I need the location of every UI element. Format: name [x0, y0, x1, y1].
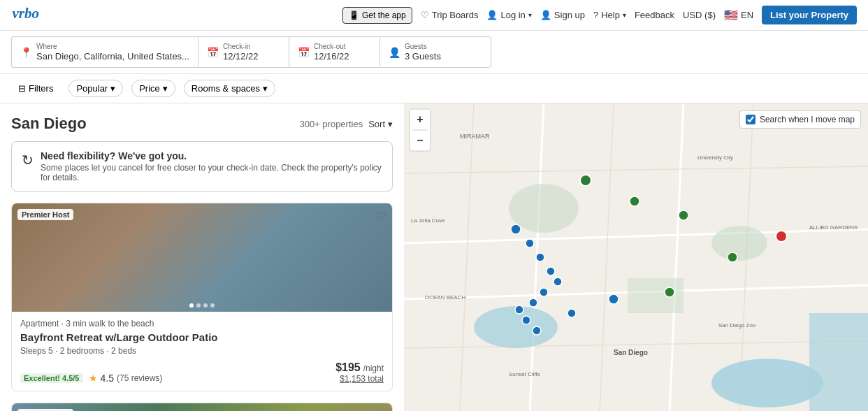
- save-button[interactable]: ♡: [375, 209, 386, 224]
- svg-point-38: [580, 175, 591, 186]
- flexibility-banner: ↻ Need flexibility? We've got you. Some …: [11, 141, 393, 192]
- listing-image: Premier Host ♡: [12, 203, 392, 312]
- price-suffix: /night: [363, 363, 384, 373]
- price: $195: [335, 361, 361, 373]
- list-property-button[interactable]: List your Property: [762, 6, 857, 24]
- svg-text:University City: University City: [697, 154, 733, 161]
- search-when-move-label: Search when I move map: [760, 115, 855, 124]
- phone-icon: 📱: [349, 10, 359, 20]
- login-link[interactable]: 👤 Log in ▾: [486, 10, 531, 20]
- listing-type: Apartment · 3 min walk to the beach: [20, 319, 384, 329]
- svg-point-33: [515, 305, 523, 314]
- svg-text:Sunset Cliffs: Sunset Cliffs: [509, 371, 540, 377]
- dot: [203, 303, 208, 308]
- svg-point-16: [711, 226, 767, 261]
- svg-text:San Diego Zoo: San Diego Zoo: [718, 322, 756, 329]
- premier-host-badge: Premier Host: [17, 209, 73, 220]
- svg-point-37: [609, 294, 619, 304]
- rating-value: 4.5: [101, 373, 114, 384]
- search-when-move-checkbox[interactable]: [746, 115, 755, 124]
- svg-point-40: [679, 210, 688, 220]
- listing-image: Premier Host ♡: [12, 403, 392, 411]
- page-title: San Diego: [11, 115, 87, 133]
- person-icon: 👤: [486, 10, 498, 20]
- dot: [210, 303, 215, 308]
- price-filter-button[interactable]: Price ▾: [131, 80, 175, 97]
- header: vrbo 📱 Get the app ♡ Trip Boards 👤 Log i…: [0, 0, 868, 31]
- dot: [196, 303, 201, 308]
- results-header: San Diego 300+ properties Sort ▾: [11, 115, 393, 133]
- checkout-field[interactable]: 📅 Check-out 12/16/22: [289, 36, 379, 68]
- svg-point-35: [533, 326, 541, 335]
- chevron-down-icon: ▾: [263, 83, 268, 94]
- refresh-icon: ↻: [22, 152, 34, 168]
- svg-point-32: [529, 298, 537, 307]
- image-dots: [189, 303, 215, 308]
- filters-button[interactable]: ⊟ Filters: [11, 80, 60, 96]
- svg-text:vrbo: vrbo: [13, 4, 40, 21]
- help-link[interactable]: ? Help ▾: [593, 10, 626, 20]
- map-container[interactable]: MIRAMAR University City La Jolla Cove AL…: [404, 103, 868, 411]
- currency-selector[interactable]: USD ($): [683, 10, 716, 20]
- header-nav: 📱 Get the app ♡ Trip Boards 👤 Log in ▾ 👤…: [342, 6, 857, 24]
- search-bar: 📍 Where San Diego, California, United St…: [0, 31, 868, 74]
- get-app-button[interactable]: 📱 Get the app: [342, 7, 412, 24]
- calendar-icon: 📅: [207, 47, 219, 58]
- svg-point-34: [522, 316, 530, 324]
- svg-rect-14: [809, 313, 868, 411]
- listing-details: Sleeps 5 · 2 bedrooms · 2 beds: [20, 346, 384, 356]
- svg-point-27: [526, 239, 534, 247]
- svg-point-39: [630, 196, 639, 206]
- svg-point-36: [567, 309, 576, 317]
- guests-field[interactable]: 👤 Guests 3 Guests: [379, 36, 491, 68]
- chevron-down-icon: ▾: [110, 83, 115, 94]
- svg-point-30: [554, 277, 562, 286]
- logo[interactable]: vrbo: [11, 3, 53, 27]
- signup-link[interactable]: 👤 Sign up: [540, 10, 585, 20]
- chevron-down-icon: ▾: [623, 11, 626, 19]
- price-section: $195 /night $1,153 total: [335, 361, 384, 384]
- svg-point-29: [547, 267, 555, 275]
- svg-text:OCEAN BEACH: OCEAN BEACH: [425, 294, 465, 301]
- svg-point-41: [728, 252, 737, 262]
- search-when-move[interactable]: Search when I move map: [739, 110, 861, 129]
- price-total: $1,153 total: [335, 374, 384, 384]
- language-selector[interactable]: 🇺🇸 EN: [724, 8, 753, 22]
- filters-bar: ⊟ Filters Popular ▾ Price ▾ Rooms & spac…: [0, 74, 868, 103]
- results-meta: 300+ properties Sort ▾: [299, 119, 393, 129]
- sliders-icon: ⊟: [18, 83, 26, 94]
- listing-card[interactable]: Premier Host ♡ House · 8 min drive to th…: [11, 403, 393, 411]
- dot: [189, 303, 194, 308]
- popular-filter-button[interactable]: Popular ▾: [68, 80, 123, 97]
- svg-point-31: [540, 288, 548, 296]
- flag-icon: 🇺🇸: [724, 8, 738, 22]
- rooms-filter-button[interactable]: Rooms & spaces ▾: [184, 80, 275, 97]
- svg-point-42: [665, 287, 674, 297]
- svg-text:San Diego: San Diego: [614, 349, 648, 356]
- location-pin-icon: 📍: [20, 47, 32, 58]
- feedback-link[interactable]: Feedback: [635, 10, 674, 20]
- svg-point-43: [776, 231, 787, 242]
- map-panel: MIRAMAR University City La Jolla Cove AL…: [404, 103, 868, 411]
- svg-point-26: [511, 224, 521, 234]
- person-icon: 👤: [389, 47, 400, 58]
- left-panel: San Diego 300+ properties Sort ▾ ↻ Need …: [0, 103, 404, 411]
- svg-text:+: +: [417, 113, 423, 125]
- checkin-field[interactable]: 📅 Check-in 12/12/22: [198, 36, 289, 68]
- main-content: San Diego 300+ properties Sort ▾ ↻ Need …: [0, 103, 868, 411]
- trip-boards-link[interactable]: ♡ Trip Boards: [421, 10, 479, 20]
- svg-text:−: −: [417, 134, 423, 146]
- sort-button[interactable]: Sort ▾: [368, 119, 393, 129]
- map-svg: MIRAMAR University City La Jolla Cove AL…: [404, 103, 868, 411]
- person-add-icon: 👤: [540, 10, 551, 20]
- get-app-label: Get the app: [362, 10, 406, 20]
- flex-banner-title: Need flexibility? We've got you.: [41, 150, 382, 161]
- review-count: (75 reviews): [117, 373, 162, 383]
- question-icon: ?: [593, 10, 598, 20]
- flex-banner-description: Some places let you cancel for free clos…: [41, 163, 382, 182]
- rating-badge: Excellent! 4.5/5: [20, 373, 83, 383]
- svg-text:ALLIED GARDENS: ALLIED GARDENS: [809, 224, 858, 231]
- listing-card[interactable]: Premier Host ♡ Apartment · 3 min walk to…: [11, 203, 393, 391]
- where-field[interactable]: 📍 Where San Diego, California, United St…: [11, 36, 198, 68]
- results-count: 300+ properties: [299, 119, 363, 129]
